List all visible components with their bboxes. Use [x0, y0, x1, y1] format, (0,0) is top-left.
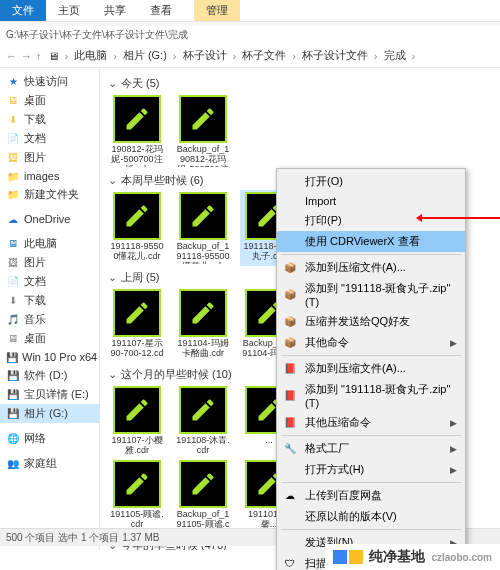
- crumb-5[interactable]: 完成: [380, 46, 410, 65]
- sidebar-onedrive[interactable]: ☁OneDrive: [0, 210, 99, 228]
- sidebar-pc-item[interactable]: 🖼图片: [0, 253, 99, 272]
- sidebar-pc-item[interactable]: 🖥桌面: [0, 329, 99, 348]
- folder-icon: 📄: [6, 132, 20, 146]
- file-item[interactable]: 191107-小樱雅.cdr: [108, 384, 166, 458]
- pc-icon: 🖥: [6, 237, 20, 251]
- group-header[interactable]: ⌄今天 (5): [108, 76, 492, 91]
- sidebar-homegroup[interactable]: 👥家庭组: [0, 454, 99, 473]
- menu-item-label: 上传到百度网盘: [305, 488, 382, 503]
- sidebar-item-label: 图片: [24, 150, 46, 165]
- file-item[interactable]: 191107-星示90-700-12.cdr: [108, 287, 166, 363]
- tab-manage[interactable]: 管理: [194, 0, 240, 21]
- sidebar-quick-item[interactable]: 🖼图片: [0, 148, 99, 167]
- sidebar-pc-item[interactable]: 💾宝贝详情 (E:): [0, 385, 99, 404]
- sidebar-item-label: 桌面: [24, 93, 46, 108]
- menu-item[interactable]: 📦其他命令▶: [277, 332, 465, 353]
- crumb-1[interactable]: 相片 (G:): [119, 46, 171, 65]
- menu-item[interactable]: 📕添加到 "191118-斑食丸子.zip"(T): [277, 379, 465, 412]
- crumb-pc-icon[interactable]: 🖥: [44, 48, 63, 64]
- file-label: ...: [265, 436, 273, 446]
- menu-item[interactable]: 使用 CDRViewerX 查看: [277, 231, 465, 252]
- chevron-down-icon: ⌄: [108, 77, 117, 90]
- sidebar-pc-item[interactable]: 💾软件 (D:): [0, 366, 99, 385]
- nav-fwd-icon[interactable]: →: [21, 50, 32, 62]
- folder-icon: ⬇: [6, 113, 20, 127]
- menu-item[interactable]: Import: [277, 192, 465, 210]
- menu-icon: 📦: [283, 288, 297, 302]
- context-menu: 打开(O)Import打印(P)使用 CDRViewerX 查看📦添加到压缩文件…: [276, 168, 466, 570]
- sidebar-pc-item[interactable]: 📄文档: [0, 272, 99, 291]
- watermark-logo-icon: [333, 550, 347, 564]
- menu-separator: [281, 529, 461, 530]
- menu-item-label: 其他命令: [305, 335, 349, 350]
- crumb-3[interactable]: 杯子文件: [238, 46, 290, 65]
- folder-icon: 📁: [6, 169, 20, 183]
- file-item[interactable]: Backup_of_191105-顾谧.cdr: [174, 458, 232, 534]
- homegroup-icon: 👥: [6, 457, 20, 471]
- cloud-icon: ☁: [6, 212, 20, 226]
- crumb-2[interactable]: 杯子设计: [179, 46, 231, 65]
- tab-share[interactable]: 共享: [92, 0, 138, 21]
- drive-icon: 🎵: [6, 313, 20, 327]
- file-grid: 190812-花玛妮-500700注纸.cdrBackup_of_190812-…: [108, 93, 492, 169]
- file-label: Backup_of_190812-花玛妮-500700注纸.cdr: [176, 145, 230, 167]
- menu-item[interactable]: 📕其他压缩命令▶: [277, 412, 465, 433]
- menu-separator: [281, 482, 461, 483]
- menu-item[interactable]: 📦添加到压缩文件(A)...: [277, 257, 465, 278]
- file-label: 190812-花玛妮-500700注纸.cdr: [110, 145, 164, 167]
- file-item[interactable]: Backup_of_190812-花玛妮-500700注纸.cdr: [174, 93, 232, 169]
- group-title: 上周 (5): [121, 270, 160, 285]
- tab-file[interactable]: 文件: [0, 0, 46, 21]
- file-item[interactable]: 190812-花玛妮-500700注纸.cdr: [108, 93, 166, 169]
- drive-icon: 💾: [6, 407, 20, 421]
- sidebar-this-pc[interactable]: 🖥此电脑: [0, 234, 99, 253]
- sidebar-item-label: 桌面: [24, 331, 46, 346]
- sidebar-network[interactable]: 🌐网络: [0, 429, 99, 448]
- menu-item[interactable]: 📦添加到 "191118-斑食丸子.zip"(T): [277, 278, 465, 311]
- menu-item[interactable]: 📕添加到压缩文件(A)...: [277, 358, 465, 379]
- sidebar-quick-item[interactable]: 🖥桌面: [0, 91, 99, 110]
- menu-item[interactable]: 打开(O): [277, 171, 465, 192]
- group-title: 这个月的早些时候 (10): [121, 367, 232, 382]
- menu-item-label: 打印(P): [305, 213, 342, 228]
- sidebar-pc-item[interactable]: ⬇下载: [0, 291, 99, 310]
- sidebar-quick-item[interactable]: 📁新建文件夹: [0, 185, 99, 204]
- nav-back-icon[interactable]: ←: [6, 50, 17, 62]
- sidebar-quick-item[interactable]: 📄文档: [0, 129, 99, 148]
- tab-view[interactable]: 查看: [138, 0, 184, 21]
- sidebar-quick-item[interactable]: ⬇下载: [0, 110, 99, 129]
- sidebar-pc-item[interactable]: 💾Win 10 Pro x64 (C:): [0, 348, 99, 366]
- file-item[interactable]: 191108-沐青.cdr: [174, 384, 232, 458]
- menu-item[interactable]: 📦压缩并发送给QQ好友: [277, 311, 465, 332]
- crumb-4[interactable]: 杯子设计文件: [298, 46, 372, 65]
- file-thumbnail: [113, 460, 161, 508]
- address-label: G:\杯子设计\杯子文件\杯子设计文件\完成: [0, 26, 500, 44]
- menu-item-label: 压缩并发送给QQ好友: [305, 314, 410, 329]
- file-label: 191104-玛姆卡酪曲.cdr: [176, 339, 230, 359]
- file-thumbnail: [113, 95, 161, 143]
- menu-item[interactable]: ☁上传到百度网盘: [277, 485, 465, 506]
- sidebar-pc-item[interactable]: 💾相片 (G:): [0, 404, 99, 423]
- sidebar-quick-access[interactable]: ★快速访问: [0, 72, 99, 91]
- menu-icon: 📦: [283, 315, 297, 329]
- file-item[interactable]: Backup_of_191118-95500懂花儿.cdr: [174, 190, 232, 266]
- watermark-url: czlaobo.com: [431, 552, 492, 563]
- tab-home[interactable]: 主页: [46, 0, 92, 21]
- menu-item-label: 添加到 "191118-斑食丸子.zip"(T): [305, 382, 457, 409]
- file-item[interactable]: 191105-顾谧.cdr: [108, 458, 166, 534]
- sidebar-item-label: 宝贝详情 (E:): [24, 387, 89, 402]
- sidebar-item-label: 文档: [24, 131, 46, 146]
- menu-item[interactable]: 打印(P): [277, 210, 465, 231]
- group-title: 今天 (5): [121, 76, 160, 91]
- nav-up-icon[interactable]: ↑: [36, 50, 42, 62]
- file-item[interactable]: 191104-玛姆卡酪曲.cdr: [174, 287, 232, 363]
- breadcrumb[interactable]: ← → ↑ 🖥 ›此电脑 ›相片 (G:) ›杯子设计 ›杯子文件 ›杯子设计文…: [0, 44, 500, 68]
- menu-item[interactable]: 🔧格式工厂▶: [277, 438, 465, 459]
- menu-item[interactable]: 还原以前的版本(V): [277, 506, 465, 527]
- sidebar-pc-item[interactable]: 🎵音乐: [0, 310, 99, 329]
- crumb-0[interactable]: 此电脑: [70, 46, 111, 65]
- menu-item[interactable]: 打开方式(H)▶: [277, 459, 465, 480]
- file-item[interactable]: 191118-95500懂花儿.cdr: [108, 190, 166, 266]
- watermark: 纯净基地 czlaobo.com: [325, 544, 500, 570]
- sidebar-quick-item[interactable]: 📁images: [0, 167, 99, 185]
